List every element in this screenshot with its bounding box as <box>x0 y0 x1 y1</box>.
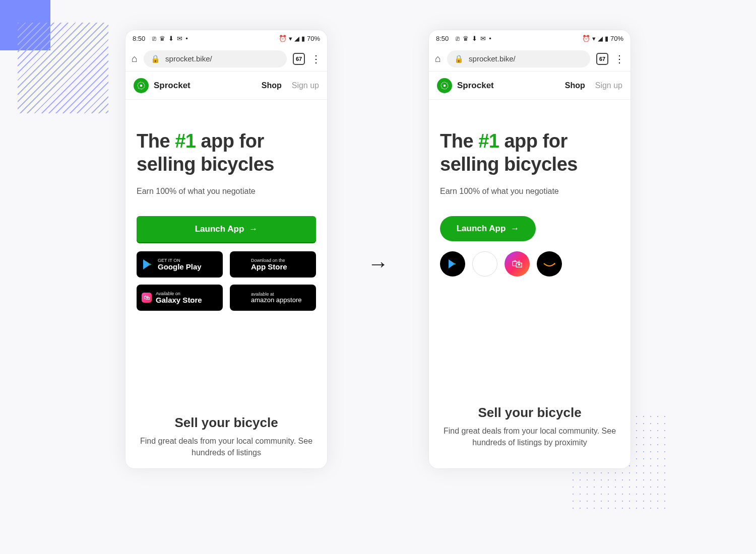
svg-marker-2 <box>143 259 150 269</box>
nav-signup-link[interactable]: Sign up <box>595 81 622 90</box>
store-badges-grid: GET IT ONGoogle Play Download on theApp … <box>137 251 316 311</box>
apple-circle[interactable] <box>472 251 497 276</box>
status-bar: 8:50 ⎚ ♛ ⬇ ✉ • ⏰ ▾ ◢ ▮ 70% <box>429 30 631 46</box>
signal-icon: ◢ <box>598 35 603 42</box>
mail-icon: ✉ <box>480 35 486 42</box>
hero-heading-accent: #1 <box>175 130 196 152</box>
galaxy-top: Available on <box>156 292 202 296</box>
svg-marker-8 <box>449 259 455 268</box>
dot-icon: • <box>185 35 188 42</box>
hero-heading: The #1 app for selling bicycles <box>137 130 316 176</box>
lock-icon: 🔒 <box>151 54 160 63</box>
download-icon: ⬇ <box>168 35 174 42</box>
mail-icon: ✉ <box>177 35 182 42</box>
bulb-icon: ♛ <box>159 35 165 42</box>
wifi-icon: ▾ <box>289 35 292 42</box>
menu-icon[interactable]: ⋮ <box>311 53 321 65</box>
app-store-badge[interactable]: Download on theApp Store <box>230 251 316 278</box>
amazon-top: available at <box>251 292 301 297</box>
bulb-icon: ♛ <box>463 35 469 42</box>
tab-count-text: 67 <box>296 56 302 62</box>
site-header: Sprocket Shop Sign up <box>125 72 327 100</box>
arrow-right-icon: → <box>249 224 258 234</box>
launch-app-button[interactable]: Launch App → <box>137 216 316 242</box>
browser-url-bar: ⌂ 🔒 sprocket.bike/ 67 ⋮ <box>429 46 631 72</box>
hero-heading: The #1 app for selling bicycles <box>440 130 619 176</box>
home-icon[interactable]: ⌂ <box>132 53 138 64</box>
amazon-circle[interactable] <box>537 251 562 276</box>
wifi-icon: ▾ <box>592 35 596 42</box>
phone-after: 8:50 ⎚ ♛ ⬇ ✉ • ⏰ ▾ ◢ ▮ 70% ⌂ 🔒 <box>429 30 631 468</box>
status-time: 8:50 <box>436 35 449 42</box>
signal-icon: ◢ <box>294 35 299 42</box>
amazon-icon <box>235 292 247 304</box>
battery-text: 70% <box>610 35 623 42</box>
menu-icon[interactable]: ⋮ <box>614 53 624 65</box>
cast-icon: ⎚ <box>152 35 156 42</box>
alarm-icon: ⏰ <box>279 35 287 42</box>
home-icon[interactable]: ⌂ <box>435 53 441 64</box>
status-notification-icons: ⎚ ♛ ⬇ ✉ • <box>456 35 491 42</box>
lock-icon: 🔒 <box>454 54 464 63</box>
apple-icon <box>235 258 247 270</box>
launch-label: Launch App <box>457 224 506 234</box>
battery-text: 70% <box>307 35 320 42</box>
hero-heading-pre: The <box>440 130 478 152</box>
galaxy-bot: Galaxy Store <box>156 296 202 304</box>
comparison-stage: 8:50 ⎚ ♛ ⬇ ✉ • ⏰ ▾ ◢ ▮ 70% ⌂ 🔒 <box>0 30 756 468</box>
hero-section: The #1 app for selling bicycles Earn 100… <box>125 100 327 196</box>
address-field[interactable]: 🔒 sprocket.bike/ <box>447 50 590 67</box>
play-top: GET IT ON <box>158 258 202 263</box>
amazon-bot: amazon appstore <box>251 297 301 304</box>
browser-url-bar: ⌂ 🔒 sprocket.bike/ 67 ⋮ <box>125 46 327 72</box>
galaxy-store-badge[interactable]: 🛍 Available onGalaxy Store <box>137 285 223 311</box>
launch-label: Launch App <box>195 224 244 234</box>
sell-body: Find great deals from your local communi… <box>140 436 313 458</box>
sprocket-logo-icon[interactable] <box>437 78 452 93</box>
cta-area: Launch App → GET IT ONGoogle Play Downlo… <box>125 196 327 311</box>
apple-top: Download on the <box>251 258 287 263</box>
svg-point-7 <box>444 84 446 87</box>
hero-subtitle: Earn 100% of what you negotiate <box>440 187 619 196</box>
cast-icon: ⎚ <box>456 35 460 42</box>
play-bot: Google Play <box>158 263 202 271</box>
store-circles-row: 🛍 <box>440 251 619 276</box>
galaxy-icon: 🛍 <box>142 293 152 303</box>
brand-name: Sprocket <box>154 81 191 91</box>
status-notification-icons: ⎚ ♛ ⬇ ✉ • <box>152 35 188 42</box>
nav-signup-link[interactable]: Sign up <box>292 81 319 90</box>
battery-icon: ▮ <box>605 35 608 42</box>
launch-app-button[interactable]: Launch App → <box>440 216 536 241</box>
arrow-right-icon: → <box>511 224 519 234</box>
google-play-circle[interactable] <box>440 251 465 276</box>
battery-icon: ▮ <box>301 35 305 42</box>
sell-body: Find great deals from your local communi… <box>443 426 616 448</box>
google-play-badge[interactable]: GET IT ONGoogle Play <box>137 251 223 278</box>
tab-switcher[interactable]: 67 <box>596 53 608 65</box>
nav-shop-link[interactable]: Shop <box>262 81 282 90</box>
galaxy-circle[interactable]: 🛍 <box>505 251 530 276</box>
hero-subtitle: Earn 100% of what you negotiate <box>137 187 316 196</box>
url-text: sprocket.bike/ <box>469 54 516 63</box>
alarm-icon: ⏰ <box>582 35 590 42</box>
hero-heading-accent: #1 <box>478 130 499 152</box>
sell-section: Sell your bicycle Find great deals from … <box>429 405 631 448</box>
nav-shop-link[interactable]: Shop <box>565 81 585 90</box>
site-header: Sprocket Shop Sign up <box>429 72 631 100</box>
google-play-icon <box>142 258 154 270</box>
status-time: 8:50 <box>133 35 145 42</box>
sprocket-logo-icon[interactable] <box>134 78 149 93</box>
tab-count-text: 67 <box>599 56 605 62</box>
download-icon: ⬇ <box>472 35 477 42</box>
svg-point-1 <box>140 84 143 87</box>
tab-switcher[interactable]: 67 <box>293 53 305 65</box>
sell-heading: Sell your bicycle <box>443 405 616 421</box>
amazon-appstore-badge[interactable]: available atamazon appstore <box>230 285 316 311</box>
url-text: sprocket.bike/ <box>165 54 212 63</box>
brand-name: Sprocket <box>457 81 494 91</box>
hero-section: The #1 app for selling bicycles Earn 100… <box>429 100 631 196</box>
sell-heading: Sell your bicycle <box>140 415 313 431</box>
phone-before: 8:50 ⎚ ♛ ⬇ ✉ • ⏰ ▾ ◢ ▮ 70% ⌂ 🔒 <box>125 30 327 468</box>
address-field[interactable]: 🔒 sprocket.bike/ <box>144 50 287 67</box>
apple-bot: App Store <box>251 263 287 271</box>
